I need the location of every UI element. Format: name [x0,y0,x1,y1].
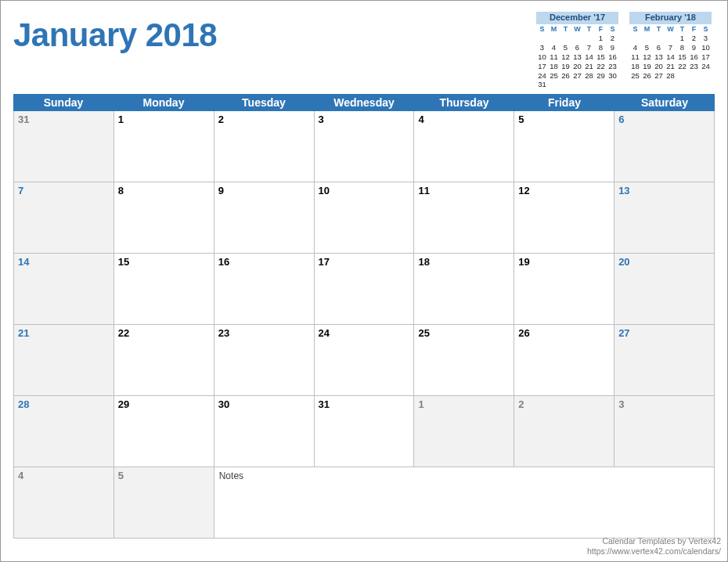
calendar-row: 21222324252627 [14,325,715,396]
day-cell: 17 [315,254,415,325]
day-cell: 6 [614,111,715,182]
day-cell: 31 [14,111,114,182]
calendar-grid: 3112345678910111213141516171819202122232… [13,111,715,539]
mini-day-cell [641,34,653,43]
day-cell: 18 [414,254,514,325]
calendar-row: 14151617181920 [14,254,715,325]
mini-day-cell [629,34,641,43]
day-number: 4 [18,470,23,481]
mini-dow-cell: T [560,25,571,34]
day-number: 5 [118,470,124,481]
mini-day-cell [583,80,595,89]
day-cell: 3 [614,396,715,467]
day-number: 29 [118,398,129,410]
calendar-row: 28293031123 [14,396,715,467]
mini-day-cell: 28 [665,71,676,81]
day-cell: 10 [315,182,415,254]
mini-day-cell: 16 [688,52,700,62]
day-number: 16 [218,256,229,268]
notes-label: Notes [219,470,243,481]
day-number: 8 [118,185,124,196]
day-cell: 13 [614,182,715,254]
day-cell: 5 [514,111,614,182]
day-number: 23 [218,327,229,339]
day-cell: 14 [14,254,114,325]
day-cell: 21 [14,325,114,396]
mini-day-cell: 1 [595,34,607,43]
mini-day-cell: 24 [536,71,548,81]
day-cell: 1 [114,111,214,182]
mini-day-cell: 4 [548,43,560,52]
mini-day-cell: 21 [583,62,595,71]
mini-day-cell [676,71,688,81]
mini-day-cell: 26 [560,71,571,81]
day-number: 13 [618,185,629,196]
mini-day-cell: 23 [688,62,700,71]
mini-day-cell: 9 [688,43,700,52]
day-cell: 12 [514,182,614,254]
mini-cal-prev-grid: 1234567891011121314151617181920212223242… [536,34,618,89]
weekday-header-cell: Tuesday [214,94,314,111]
mini-day-cell: 27 [571,71,583,81]
mini-day-cell [560,80,571,89]
mini-day-cell: 10 [700,43,712,52]
day-number: 5 [518,113,524,125]
mini-day-cell: 6 [653,43,665,52]
day-number: 2 [518,398,524,410]
mini-day-cell: 20 [653,62,665,71]
day-cell: 4 [14,467,114,539]
mini-day-cell: 15 [676,52,688,62]
mini-dow-cell: W [571,25,583,34]
mini-day-cell: 6 [571,43,583,52]
mini-day-cell: 25 [629,71,641,81]
mini-dow-cell: M [641,25,653,34]
mini-day-cell: 5 [560,43,571,52]
day-number: 25 [418,327,429,339]
mini-day-cell [571,80,583,89]
calendar-row: 78910111213 [14,182,715,254]
footer-line-1: Calendar Templates by Vertex42 [587,536,721,546]
mini-dow-cell: F [688,25,700,34]
mini-day-cell [536,34,548,43]
mini-day-cell: 25 [548,71,560,81]
weekday-header-cell: Monday [114,94,214,111]
mini-day-cell: 8 [595,43,607,52]
mini-dow-cell: T [583,25,595,34]
footer-credit: Calendar Templates by Vertex42 https://w… [587,536,721,557]
day-cell: 7 [14,182,114,254]
mini-day-cell: 1 [676,34,688,43]
mini-day-cell: 3 [700,34,712,43]
mini-day-cell: 31 [536,80,548,89]
weekday-header-cell: Friday [514,94,614,111]
day-number: 31 [18,113,29,125]
day-cell: 25 [414,325,514,396]
day-number: 27 [618,327,629,339]
day-cell: 20 [614,254,715,325]
mini-day-cell [548,34,560,43]
mini-dow-cell: F [595,25,607,34]
mini-day-cell: 20 [571,62,583,71]
mini-day-cell [595,80,607,89]
day-number: 17 [319,256,330,268]
mini-day-cell: 14 [665,52,676,62]
mini-day-cell: 12 [560,52,571,62]
day-number: 4 [418,113,423,125]
day-cell: 15 [114,254,214,325]
mini-day-cell: 26 [641,71,653,81]
mini-dow-cell: M [548,25,560,34]
mini-day-cell: 17 [536,62,548,71]
mini-dow-cell: S [700,25,712,34]
day-cell: 23 [214,325,315,396]
mini-day-cell: 11 [548,52,560,62]
day-cell: 19 [514,254,614,325]
mini-dow-cell: W [665,25,676,34]
mini-cal-next: February '18 SMTWTFS 1234567891011121314… [629,12,712,89]
weekday-header-row: SundayMondayTuesdayWednesdayThursdayFrid… [13,94,715,111]
day-cell: 1 [414,396,514,467]
day-number: 11 [418,185,429,196]
day-number: 1 [418,398,423,410]
mini-day-cell: 4 [629,43,641,52]
mini-day-cell: 18 [548,62,560,71]
mini-day-cell: 22 [595,62,607,71]
notes-area: Notes [214,467,715,539]
